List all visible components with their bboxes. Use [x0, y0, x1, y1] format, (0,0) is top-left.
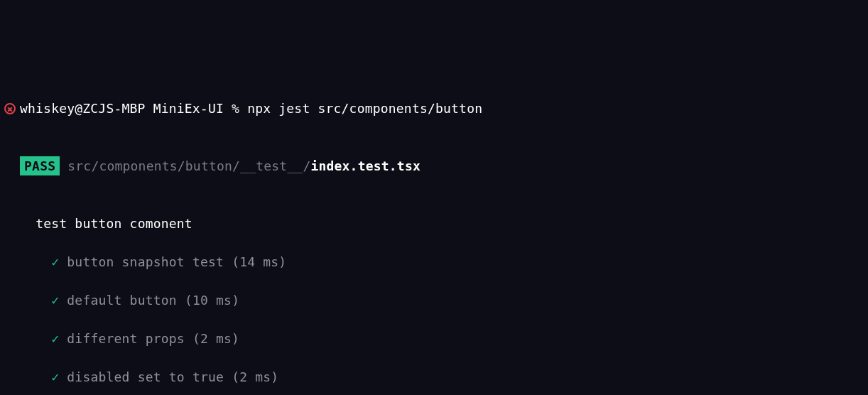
result-path-dim: src/components/button/__test__/ [67, 158, 310, 173]
prompt-line: whiskey@ZCJS-MBP MiniEx-UI % npx jest sr… [4, 99, 864, 118]
test-line: ✓ disabled set to true (2 ms) [4, 367, 864, 386]
describe-title: test button comonent [36, 216, 192, 231]
user-host: whiskey@ZCJS-MBP [20, 101, 146, 116]
test-name: different props [67, 331, 185, 346]
test-line: ✓ button snapshot test (14 ms) [4, 252, 864, 271]
check-icon: ✓ [51, 369, 59, 384]
test-line: ✓ default button (10 ms) [4, 291, 864, 310]
check-icon: ✓ [51, 293, 59, 308]
check-icon: ✓ [51, 254, 59, 269]
suite-result-line: PASS src/components/button/__test__/inde… [4, 156, 864, 175]
test-time: (14 ms) [232, 254, 286, 269]
check-icon: ✓ [51, 331, 59, 346]
test-line: ✓ different props (2 ms) [4, 329, 864, 348]
test-name: button snapshot test [67, 254, 224, 269]
test-name: disabled set to true [67, 369, 224, 384]
error-circle-icon [4, 103, 16, 114]
test-time: (10 ms) [185, 293, 239, 308]
describe-title-line: test button comonent [4, 214, 864, 233]
prompt-symbol: % [232, 101, 239, 116]
pass-badge: PASS [20, 156, 60, 175]
test-time: (2 ms) [192, 331, 239, 346]
command: npx jest src/components/button [247, 101, 482, 116]
test-name: default button [67, 293, 177, 308]
result-path-file: index.test.tsx [310, 158, 421, 173]
test-time: (2 ms) [232, 369, 278, 384]
cwd: MiniEx-UI [153, 101, 224, 116]
